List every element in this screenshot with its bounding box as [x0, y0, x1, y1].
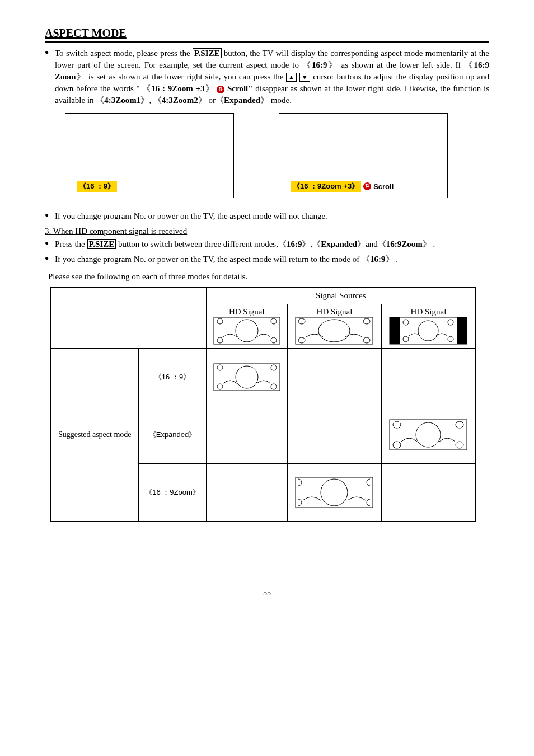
section-title: ASPECT MODE: [45, 27, 489, 40]
svg-rect-20: [214, 364, 280, 391]
svg-point-27: [416, 422, 441, 447]
scroll-icon: [217, 86, 224, 93]
svg-rect-26: [390, 420, 467, 450]
face-wide-icon: [295, 317, 373, 345]
cell-expanded-col3: [381, 406, 475, 464]
svg-point-21: [236, 366, 258, 388]
svg-rect-0: [214, 317, 280, 344]
svg-point-30: [393, 442, 401, 448]
psize-button-label: P.SIZE: [193, 48, 222, 58]
up-arrow-icon: ▲: [286, 73, 297, 82]
suggested-aspect-mode-label: Suggested aspect mode: [51, 349, 139, 522]
tv-left-label: 《16 ：9》: [77, 181, 117, 192]
svg-point-31: [456, 442, 463, 448]
svg-point-16: [403, 320, 409, 325]
mode-row-expanded: 《Expanded》: [139, 406, 206, 464]
tv-right-label: 《16 ：9Zoom +3》 Scroll: [291, 181, 394, 192]
face-pillarbox-icon: [389, 317, 467, 345]
tv-left: 《16 ：9》: [65, 113, 234, 198]
svg-point-11: [363, 337, 370, 343]
svg-point-10: [298, 337, 305, 343]
svg-point-29: [456, 421, 463, 428]
svg-point-2: [217, 318, 223, 324]
svg-point-23: [271, 365, 277, 370]
svg-point-33: [321, 479, 348, 506]
down-arrow-icon: ▼: [299, 73, 310, 82]
svg-point-4: [217, 337, 223, 343]
svg-rect-14: [457, 317, 467, 344]
paragraph-1: To switch aspect mode, please press the …: [55, 48, 489, 106]
modes-table: Signal Sources HD Signal HD Signal: [50, 287, 476, 522]
scroll-icon: [363, 182, 371, 190]
mode-row-16-9zoom: 《16 ：9Zoom》: [139, 464, 206, 522]
section-3-heading: 3. When HD component signal is received: [45, 227, 489, 236]
svg-point-8: [298, 318, 305, 324]
svg-point-17: [448, 320, 453, 325]
svg-point-25: [271, 384, 277, 389]
svg-point-5: [271, 337, 277, 343]
svg-rect-13: [390, 317, 400, 344]
tv-screens-row: 《16 ：9》 《16 ：9Zoom +3》 Scroll: [65, 113, 489, 198]
svg-point-9: [363, 318, 370, 324]
svg-point-3: [271, 318, 277, 324]
svg-point-15: [418, 321, 438, 341]
cell-16-9zoom-col2: [288, 464, 382, 522]
signal-sources-header: Signal Sources: [206, 288, 475, 304]
svg-point-7: [318, 320, 350, 342]
hd-signal-col-3: HD Signal: [381, 304, 475, 349]
bullet-3b: If you change program No. or power on th…: [55, 253, 489, 265]
svg-rect-12: [390, 317, 467, 344]
page-number: 55: [45, 589, 489, 598]
face-full-icon: [213, 317, 280, 345]
cell-16-9-col1: [206, 349, 287, 406]
svg-point-19: [448, 336, 453, 342]
bullet-3a: Press the P.SIZE button to switch betwee…: [55, 238, 489, 250]
bullet-no-change: If you change program No. or power on th…: [55, 210, 489, 222]
hd-signal-col-2: HD Signal: [288, 304, 382, 349]
svg-rect-6: [296, 317, 373, 344]
svg-point-24: [217, 384, 223, 389]
svg-point-28: [393, 421, 401, 428]
svg-point-22: [217, 365, 223, 370]
hd-signal-col-1: HD Signal: [206, 304, 287, 349]
title-rule: [45, 41, 489, 43]
svg-point-1: [236, 320, 258, 342]
tv-right: 《16 ：9Zoom +3》 Scroll: [279, 113, 448, 198]
svg-rect-32: [296, 477, 373, 508]
psize-button-label: P.SIZE: [87, 239, 116, 249]
note-text: Please see the following on each of thre…: [48, 272, 489, 281]
mode-row-16-9: 《16 ：9》: [139, 349, 206, 406]
svg-point-18: [403, 336, 409, 342]
